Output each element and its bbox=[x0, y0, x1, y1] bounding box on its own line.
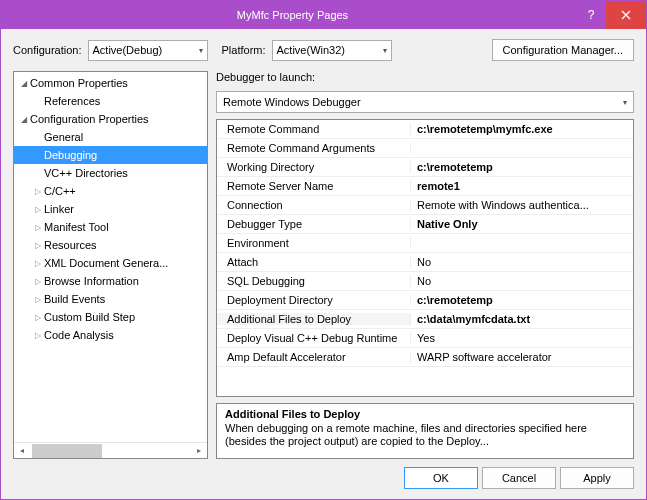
tree-item-vc-directories[interactable]: VC++ Directories bbox=[14, 164, 207, 182]
config-label: Configuration: bbox=[13, 44, 82, 56]
grid-row[interactable]: Deploy Visual C++ Debug RuntimeYes bbox=[217, 329, 633, 348]
property-value[interactable]: Native Only bbox=[411, 218, 633, 230]
property-value[interactable]: Remote with Windows authentica... bbox=[411, 199, 633, 211]
expander-closed-icon: ▷ bbox=[32, 259, 44, 268]
close-icon[interactable] bbox=[606, 1, 646, 29]
grid-row[interactable]: Amp Default AcceleratorWARP software acc… bbox=[217, 348, 633, 367]
property-value[interactable]: c:\remotetemp bbox=[411, 161, 633, 173]
ok-button[interactable]: OK bbox=[404, 467, 478, 489]
cancel-button[interactable]: Cancel bbox=[482, 467, 556, 489]
grid-row[interactable]: Environment bbox=[217, 234, 633, 253]
tree-item-xml-document-genera-[interactable]: ▷XML Document Genera... bbox=[14, 254, 207, 272]
chevron-down-icon: ▾ bbox=[623, 98, 627, 107]
grid-row[interactable]: Working Directoryc:\remotetemp bbox=[217, 158, 633, 177]
tree-item-code-analysis[interactable]: ▷Code Analysis bbox=[14, 326, 207, 344]
property-value[interactable]: Yes bbox=[411, 332, 633, 344]
expander-closed-icon: ▷ bbox=[32, 313, 44, 322]
platform-label: Platform: bbox=[222, 44, 266, 56]
tree-references[interactable]: References bbox=[14, 92, 207, 110]
property-name: Connection bbox=[217, 199, 411, 211]
tree-item-debugging[interactable]: Debugging bbox=[14, 146, 207, 164]
debugger-launch-select[interactable]: Remote Windows Debugger ▾ bbox=[216, 91, 634, 113]
tree-common-properties[interactable]: ◢Common Properties bbox=[14, 74, 207, 92]
chevron-down-icon: ▾ bbox=[383, 46, 387, 55]
grid-row[interactable]: SQL DebuggingNo bbox=[217, 272, 633, 291]
nav-tree: ◢Common Properties References ◢Configura… bbox=[13, 71, 208, 459]
tree-item-build-events[interactable]: ▷Build Events bbox=[14, 290, 207, 308]
property-name: Working Directory bbox=[217, 161, 411, 173]
configuration-value: Active(Debug) bbox=[93, 44, 163, 56]
grid-row[interactable]: Deployment Directoryc:\remotetemp bbox=[217, 291, 633, 310]
expander-open-icon: ◢ bbox=[18, 115, 30, 124]
tree-body[interactable]: ◢Common Properties References ◢Configura… bbox=[14, 72, 207, 442]
property-name: Amp Default Accelerator bbox=[217, 351, 411, 363]
expander-open-icon: ◢ bbox=[18, 79, 30, 88]
configuration-select[interactable]: Active(Debug) ▾ bbox=[88, 40, 208, 61]
tree-item-general[interactable]: General bbox=[14, 128, 207, 146]
debugger-launch-label: Debugger to launch: bbox=[216, 71, 634, 83]
expander-closed-icon: ▷ bbox=[32, 331, 44, 340]
apply-button[interactable]: Apply bbox=[560, 467, 634, 489]
description-panel: Additional Files to Deploy When debuggin… bbox=[216, 403, 634, 459]
tree-item-resources[interactable]: ▷Resources bbox=[14, 236, 207, 254]
debugger-launch-value: Remote Windows Debugger bbox=[223, 96, 361, 108]
config-row: Configuration: Active(Debug) ▾ Platform:… bbox=[13, 39, 634, 61]
property-value[interactable]: c:\remotetemp\mymfc.exe bbox=[411, 123, 633, 135]
property-value[interactable]: remote1 bbox=[411, 180, 633, 192]
dialog-footer: OK Cancel Apply bbox=[13, 467, 634, 489]
property-name: Additional Files to Deploy bbox=[217, 313, 411, 325]
tree-item-manifest-tool[interactable]: ▷Manifest Tool bbox=[14, 218, 207, 236]
expander-closed-icon: ▷ bbox=[32, 277, 44, 286]
property-value[interactable]: No bbox=[411, 275, 633, 287]
scroll-left-icon[interactable]: ◂ bbox=[14, 446, 30, 455]
property-value[interactable]: c:\remotetemp bbox=[411, 294, 633, 306]
tree-item-custom-build-step[interactable]: ▷Custom Build Step bbox=[14, 308, 207, 326]
configuration-manager-button[interactable]: Configuration Manager... bbox=[492, 39, 634, 61]
description-title: Additional Files to Deploy bbox=[225, 408, 625, 420]
description-text: When debugging on a remote machine, file… bbox=[225, 422, 625, 448]
property-grid: Remote Commandc:\remotetemp\mymfc.exeRem… bbox=[216, 119, 634, 397]
property-name: Remote Command bbox=[217, 123, 411, 135]
expander-closed-icon: ▷ bbox=[32, 187, 44, 196]
tree-configuration-properties[interactable]: ◢Configuration Properties bbox=[14, 110, 207, 128]
expander-closed-icon: ▷ bbox=[32, 205, 44, 214]
platform-value: Active(Win32) bbox=[277, 44, 345, 56]
property-name: Deploy Visual C++ Debug Runtime bbox=[217, 332, 411, 344]
tree-scrollbar[interactable]: ◂ ▸ bbox=[14, 442, 207, 458]
property-name: Deployment Directory bbox=[217, 294, 411, 306]
tree-item-linker[interactable]: ▷Linker bbox=[14, 200, 207, 218]
grid-row[interactable]: Remote Command Arguments bbox=[217, 139, 633, 158]
help-icon[interactable]: ? bbox=[576, 1, 606, 29]
expander-closed-icon: ▷ bbox=[32, 295, 44, 304]
property-value[interactable]: No bbox=[411, 256, 633, 268]
tree-item-browse-information[interactable]: ▷Browse Information bbox=[14, 272, 207, 290]
expander-closed-icon: ▷ bbox=[32, 241, 44, 250]
property-value[interactable]: c:\data\mymfcdata.txt bbox=[411, 313, 633, 325]
titlebar: MyMfc Property Pages ? bbox=[1, 1, 646, 29]
property-name: Remote Command Arguments bbox=[217, 142, 411, 154]
grid-row[interactable]: Additional Files to Deployc:\data\mymfcd… bbox=[217, 310, 633, 329]
scroll-right-icon[interactable]: ▸ bbox=[191, 446, 207, 455]
property-name: SQL Debugging bbox=[217, 275, 411, 287]
property-value[interactable]: WARP software accelerator bbox=[411, 351, 633, 363]
grid-body[interactable]: Remote Commandc:\remotetemp\mymfc.exeRem… bbox=[217, 120, 633, 396]
grid-row[interactable]: Remote Server Nameremote1 bbox=[217, 177, 633, 196]
grid-row[interactable]: Remote Commandc:\remotetemp\mymfc.exe bbox=[217, 120, 633, 139]
grid-row[interactable]: ConnectionRemote with Windows authentica… bbox=[217, 196, 633, 215]
grid-row[interactable]: AttachNo bbox=[217, 253, 633, 272]
chevron-down-icon: ▾ bbox=[199, 46, 203, 55]
platform-select[interactable]: Active(Win32) ▾ bbox=[272, 40, 392, 61]
expander-closed-icon: ▷ bbox=[32, 223, 44, 232]
property-name: Attach bbox=[217, 256, 411, 268]
window-title: MyMfc Property Pages bbox=[9, 9, 576, 21]
scroll-thumb[interactable] bbox=[32, 444, 102, 458]
property-name: Debugger Type bbox=[217, 218, 411, 230]
property-name: Environment bbox=[217, 237, 411, 249]
grid-row[interactable]: Debugger TypeNative Only bbox=[217, 215, 633, 234]
property-name: Remote Server Name bbox=[217, 180, 411, 192]
tree-item-c-c-[interactable]: ▷C/C++ bbox=[14, 182, 207, 200]
